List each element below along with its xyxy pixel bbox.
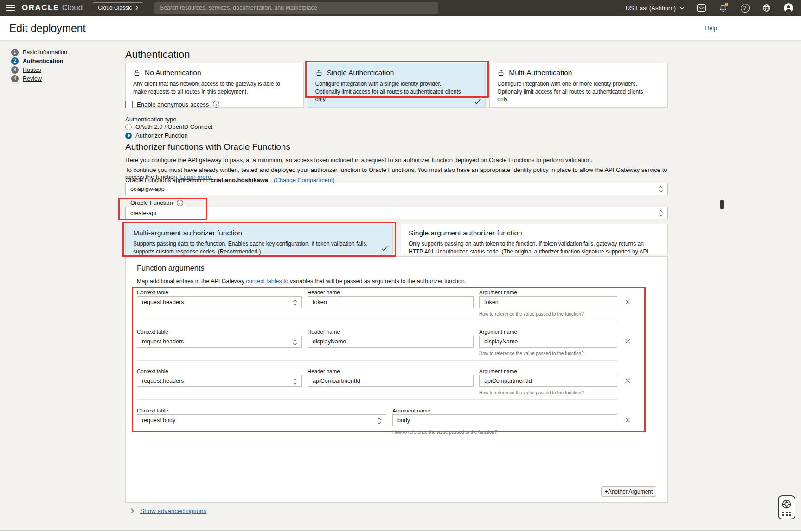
context-table-select[interactable]: request.headers — [137, 296, 302, 308]
step-number: 4 — [11, 75, 19, 82]
context-table-label: Context table — [137, 368, 168, 374]
card-title: No Authentication — [145, 69, 201, 77]
oracle-function-value: create-api — [130, 210, 156, 216]
cloud-classic-label: Cloud Classic — [98, 5, 132, 11]
select-spinner-icon — [293, 299, 297, 306]
argument-helper-text: How to reference the value passed to the… — [392, 430, 497, 435]
radio-label: Authorizer Function — [135, 132, 188, 139]
menu-icon[interactable] — [6, 5, 15, 11]
intro-prefix: Map additional entries in the API Gatewa… — [137, 278, 244, 285]
life-ring-icon — [782, 499, 792, 509]
authorizer-functions-heading: Authorizer functions with Oracle Functio… — [125, 142, 290, 152]
header-name-input[interactable]: token — [308, 296, 474, 308]
support-launcher-widget[interactable] — [778, 495, 795, 519]
show-advanced-options-label: Show advanced options — [140, 507, 206, 514]
select-spinner-icon — [293, 339, 297, 346]
lock-icon — [315, 69, 323, 76]
language-globe-icon[interactable] — [762, 3, 772, 13]
chevron-down-icon — [679, 6, 685, 10]
header-name-input[interactable]: apiCompartmentId — [308, 375, 474, 387]
context-table-value: request.headers — [142, 299, 184, 305]
context-table-label: Context table — [137, 329, 168, 335]
cloud-classic-button[interactable]: Cloud Classic — [93, 2, 143, 13]
select-spinner-icon — [377, 418, 382, 424]
info-icon[interactable]: i — [177, 200, 183, 206]
oracle-function-label-row: Oracle Function i — [130, 199, 183, 206]
card-title-row: Multi-Authentication — [497, 69, 660, 77]
show-advanced-options[interactable]: Show advanced options — [130, 507, 206, 514]
scrollbar-thumb[interactable] — [720, 200, 724, 209]
wizard-stepper: 1 Basic information 2 Authentication 3 R… — [11, 48, 67, 83]
argument-name-label: Argument name — [479, 329, 517, 335]
header-name-value: apiCompartmentId — [313, 378, 360, 384]
header-name-label: Header name — [308, 329, 340, 335]
another-argument-button[interactable]: +Another Argument — [601, 486, 656, 497]
context-tables-link[interactable]: context tables — [246, 278, 282, 285]
functions-application-select[interactable]: ociapigw-app — [125, 183, 668, 195]
header-name-input[interactable]: displayName — [308, 336, 474, 348]
argument-name-value: displayName — [484, 338, 518, 345]
dev-console-icon[interactable]: <> — [696, 3, 706, 13]
function-arguments-intro: Map additional entries in the API Gatewa… — [137, 278, 466, 285]
step-label: Review — [23, 76, 42, 82]
card-multi-argument[interactable]: Multi-argument authorizer function Suppo… — [125, 224, 393, 254]
notifications-bell-icon[interactable] — [718, 3, 728, 13]
globe-icon — [762, 3, 771, 13]
card-title: Multi-argument authorizer function — [133, 229, 385, 237]
selected-check-icon — [381, 245, 388, 252]
step-review[interactable]: 4 Review — [11, 74, 67, 83]
radio-authorizer-function[interactable]: Authorizer Function — [125, 132, 188, 139]
context-table-select[interactable]: request.body — [137, 414, 386, 426]
card-single-argument[interactable]: Single argument authorizer function Only… — [401, 224, 668, 254]
oracle-cloud-logo[interactable]: ORACLE Cloud — [22, 3, 83, 13]
step-basic-information[interactable]: 1 Basic information — [11, 48, 67, 57]
context-table-select[interactable]: request.headers — [137, 375, 302, 387]
user-avatar[interactable] — [783, 3, 794, 13]
close-icon — [625, 417, 631, 423]
row-divider — [137, 360, 617, 361]
card-single-authentication[interactable]: Single Authentication Configure integrat… — [308, 63, 486, 108]
authorizer-type-cards: Multi-argument authorizer function Suppo… — [125, 224, 668, 254]
card-description: Supports passing data to the function. E… — [133, 240, 385, 255]
card-title-row: No Authentication — [133, 69, 296, 77]
argument-name-input[interactable]: displayName — [479, 336, 617, 348]
argument-name-input[interactable]: token — [479, 296, 617, 308]
help-icon[interactable]: ? — [740, 3, 750, 13]
argument-name-value: body — [397, 417, 410, 424]
argument-row-3: Context table request.headers Header nam… — [126, 368, 668, 396]
argument-name-input[interactable]: body — [392, 414, 617, 426]
remove-argument-icon[interactable] — [623, 376, 632, 385]
anonymous-access-label: Enable anonymous access — [137, 101, 209, 108]
oracle-function-select[interactable]: create-api — [125, 207, 668, 219]
unlock-icon — [133, 69, 141, 76]
region-selector[interactable]: US East (Ashburn) — [626, 5, 685, 12]
context-table-select[interactable]: request.headers — [137, 336, 302, 348]
header-name-label: Header name — [308, 290, 340, 295]
step-authentication[interactable]: 2 Authentication — [11, 57, 67, 65]
context-table-value: request.headers — [142, 378, 184, 384]
remove-argument-icon[interactable] — [623, 298, 632, 306]
close-icon — [625, 299, 631, 305]
argument-name-label: Argument name — [392, 408, 430, 413]
argument-helper-text: How to reference the value passed to the… — [479, 351, 584, 356]
header-name-value: displayName — [313, 338, 346, 345]
global-search — [154, 2, 438, 14]
page-title: Edit deployment — [9, 22, 86, 35]
info-icon[interactable]: i — [213, 101, 219, 108]
radio-oauth[interactable]: OAuth 2.0 / OpenID Connect — [125, 123, 212, 130]
argument-name-input[interactable]: apiCompartmentId — [479, 375, 617, 387]
step-routes[interactable]: 3 Routes — [11, 65, 67, 74]
help-link[interactable]: Help — [705, 25, 717, 32]
radio-label: OAuth 2.0 / OpenID Connect — [135, 123, 212, 130]
remove-argument-icon[interactable] — [623, 416, 632, 424]
step-label: Routes — [23, 67, 41, 73]
topbar: ORACLE Cloud Cloud Classic US East (Ashb… — [0, 0, 801, 16]
card-multi-authentication[interactable]: Multi-Authentication Configure integrati… — [489, 63, 668, 108]
step-label: Basic information — [23, 49, 67, 56]
remove-argument-icon[interactable] — [623, 337, 632, 345]
close-icon — [625, 378, 631, 384]
function-arguments-panel: Function arguments Map additional entrie… — [125, 256, 668, 503]
select-spinner-icon — [659, 210, 663, 217]
anonymous-access-checkbox[interactable] — [125, 101, 133, 108]
search-input[interactable] — [154, 2, 438, 14]
